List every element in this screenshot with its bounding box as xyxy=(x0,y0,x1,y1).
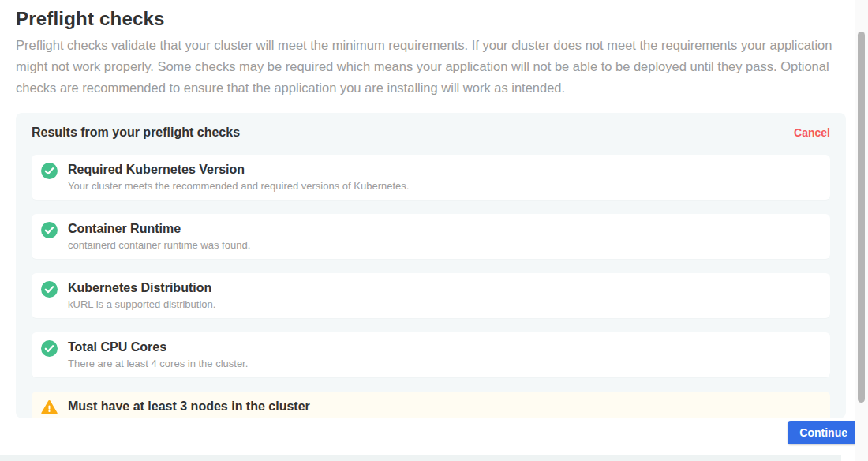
check-body: Must have at least 3 nodes in the cluste… xyxy=(68,399,310,418)
cancel-link[interactable]: Cancel xyxy=(794,126,830,139)
check-description: Your cluster meets the recommended and r… xyxy=(68,180,409,192)
preflight-checks-screen: Preflight checks Preflight checks valida… xyxy=(0,0,868,461)
check-description: kURL is a supported distribution. xyxy=(68,298,215,310)
preflight-check-card: Total CPU Cores There are at least 4 cor… xyxy=(32,332,830,377)
check-title: Total CPU Cores xyxy=(68,339,248,354)
preflight-results-panel: Results from your preflight checks Cance… xyxy=(16,113,846,418)
check-title: Required Kubernetes Version xyxy=(68,162,409,177)
main-content: Preflight checks Preflight checks valida… xyxy=(0,0,855,461)
continue-button[interactable]: Continue xyxy=(788,421,859,444)
check-pass-icon xyxy=(41,340,58,357)
check-description: containerd container runtime was found. xyxy=(68,239,250,251)
check-body: Container Runtime containerd container r… xyxy=(68,221,250,251)
check-pass-icon xyxy=(41,281,58,298)
check-title: Must have at least 3 nodes in the cluste… xyxy=(68,399,310,414)
page-title: Preflight checks xyxy=(16,8,839,30)
footer-divider xyxy=(0,455,841,461)
preflight-check-card-warning: Must have at least 3 nodes in the cluste… xyxy=(32,392,830,418)
check-title: Kubernetes Distribution xyxy=(68,280,215,295)
check-body: Kubernetes Distribution kURL is a suppor… xyxy=(68,280,215,310)
check-body: Required Kubernetes Version Your cluster… xyxy=(68,162,409,192)
panel-heading: Results from your preflight checks xyxy=(32,126,240,140)
preflight-check-card: Required Kubernetes Version Your cluster… xyxy=(32,155,830,200)
check-pass-icon xyxy=(41,163,58,179)
check-pass-icon xyxy=(41,222,58,238)
scrollbar-thumb[interactable] xyxy=(858,32,865,403)
check-description: There are at least 4 cores in the cluste… xyxy=(68,358,248,369)
page-description: Preflight checks validate that your clus… xyxy=(16,35,839,99)
check-description: This application requires at least 3 nod… xyxy=(68,417,310,418)
check-title: Container Runtime xyxy=(68,221,250,236)
preflight-check-card: Kubernetes Distribution kURL is a suppor… xyxy=(32,273,830,318)
panel-header: Results from your preflight checks Cance… xyxy=(32,125,830,141)
warning-icon xyxy=(41,399,58,416)
preflight-check-card: Container Runtime containerd container r… xyxy=(32,214,830,259)
vertical-scrollbar[interactable] xyxy=(855,0,868,461)
check-body: Total CPU Cores There are at least 4 cor… xyxy=(68,339,248,369)
